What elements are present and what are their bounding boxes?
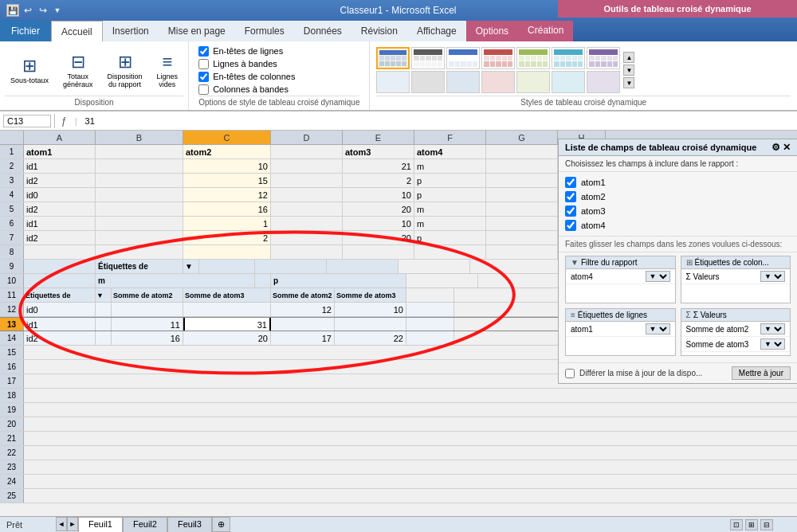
col-header-a[interactable]: A [24, 131, 96, 144]
tab-mise-en-page[interactable]: Mise en page [159, 21, 235, 41]
cell-f6[interactable]: m [414, 217, 486, 230]
cell-a5[interactable]: id2 [24, 202, 96, 216]
pivot-empty-9d[interactable] [199, 260, 255, 273]
cell-a4[interactable]: id0 [24, 188, 96, 201]
cell-e6[interactable]: 10 [343, 217, 414, 230]
cell-c3[interactable]: 15 [183, 174, 271, 187]
pivot-m-header[interactable]: m [96, 274, 255, 288]
cell-b7[interactable] [96, 231, 183, 244]
style-swatch-9[interactable] [411, 71, 445, 93]
col-header-c[interactable]: C [183, 131, 271, 144]
field-item-atom2[interactable]: atom2 [565, 190, 791, 204]
formula-input[interactable]: 31 [82, 115, 794, 127]
cell-g1[interactable] [486, 145, 558, 158]
zone-filtre-item[interactable]: atom4 ▼ [566, 269, 675, 284]
pivot-row-label-header[interactable]: Étiquettes de lignes [24, 288, 96, 302]
pivot-data-id1-c[interactable] [96, 318, 112, 331]
styles-scroll-down[interactable]: ▼ [623, 65, 634, 76]
pivot-data-id2-atom2p[interactable]: 17 [271, 331, 335, 345]
cell-a2[interactable]: id1 [24, 159, 96, 173]
cell-c1[interactable]: atom2 [183, 145, 271, 158]
cell-g5[interactable] [486, 202, 558, 216]
pivot-empty-10d[interactable] [255, 274, 271, 288]
zone-valeurs-item-1[interactable]: Somme de atom3 ▼ [681, 337, 791, 352]
cell-d1[interactable] [271, 145, 343, 158]
zone-colonnes-item[interactable]: Σ Valeurs ▼ [681, 269, 791, 284]
cell-e2[interactable]: 21 [343, 159, 414, 173]
cell-c2[interactable]: 10 [183, 159, 271, 173]
cell-f7[interactable]: p [414, 231, 486, 244]
pivot-somme-atom2-p[interactable]: Somme de atom2 [271, 288, 335, 302]
zone-valeurs-item-0[interactable]: Somme de atom2 ▼ [681, 322, 791, 337]
col-header-g[interactable]: G [486, 131, 558, 144]
cell-c7[interactable]: 2 [183, 231, 271, 244]
cell-e5[interactable]: 20 [343, 202, 414, 216]
cell-f1[interactable]: atom4 [414, 145, 486, 158]
cell-b3[interactable] [96, 174, 183, 187]
cell-d8[interactable] [271, 245, 343, 259]
pivot-empty-10f[interactable] [406, 274, 478, 288]
cell-g6[interactable] [486, 217, 558, 230]
sheet-tab-feuil2[interactable]: Feuil2 [123, 517, 167, 532]
pivot-data-id0-atom2m[interactable] [112, 303, 183, 316]
col-header-d[interactable]: D [271, 131, 343, 144]
pivot-data-id1-atom3m-active[interactable]: 31 [183, 318, 271, 331]
cell-b5[interactable] [96, 202, 183, 216]
pivot-empty-11g[interactable] [406, 288, 454, 302]
cell-b2[interactable] [96, 159, 183, 173]
checkbox-entetes-colonnes[interactable]: En-têtes de colonnes [198, 72, 359, 82]
tab-creation[interactable]: Création [518, 21, 573, 41]
disposition-rapport-btn[interactable]: ⊞ Dispositiondu rapport [102, 49, 148, 91]
function-icon[interactable]: ƒ [58, 115, 70, 127]
tab-insertion[interactable]: Insertion [103, 21, 159, 41]
style-swatch-2[interactable] [411, 47, 445, 69]
pivot-empty-9a[interactable] [24, 260, 96, 273]
style-swatch-4[interactable] [481, 47, 515, 69]
view-break-btn[interactable]: ⊟ [760, 519, 773, 530]
cell-f4[interactable]: p [414, 188, 486, 201]
pivot-empty-9g[interactable] [398, 260, 470, 273]
customize-icon[interactable]: ▼ [52, 5, 63, 16]
cell-d2[interactable] [271, 159, 343, 173]
col-header-b[interactable]: B [96, 131, 183, 144]
cell-e7[interactable]: 20 [343, 231, 414, 244]
tab-affichage[interactable]: Affichage [407, 21, 466, 41]
styles-dropdown[interactable]: ▼ [623, 77, 634, 88]
cell-a1[interactable]: atom1 [24, 145, 96, 158]
cell-f5[interactable]: m [414, 202, 486, 216]
pivot-somme-atom3-p[interactable]: Somme de atom3 [335, 288, 406, 302]
cell-a7[interactable]: id2 [24, 231, 96, 244]
pivot-data-id2-g[interactable] [406, 331, 454, 345]
cell-b8[interactable] [96, 245, 183, 259]
tab-fichier[interactable]: Fichier [0, 21, 51, 41]
tab-options[interactable]: Options [466, 21, 518, 41]
cell-a6[interactable]: id1 [24, 217, 96, 230]
pivot-row-dropdown[interactable]: ▼ [96, 288, 112, 302]
checkbox-colonnes-bandes[interactable]: Colonnes à bandes [198, 84, 359, 95]
cell-c8[interactable] [183, 245, 271, 259]
sheet-tab-feuil1[interactable]: Feuil1 [78, 517, 123, 532]
cell-a3[interactable]: id2 [24, 174, 96, 187]
cell-e4[interactable]: 10 [343, 188, 414, 201]
pivot-data-id1-atom2m[interactable]: 11 [112, 318, 183, 331]
tab-revision[interactable]: Révision [351, 21, 407, 41]
style-swatch-8[interactable] [376, 71, 410, 93]
checkbox-entetes-lignes[interactable]: En-têtes de lignes [198, 46, 359, 57]
cell-g4[interactable] [486, 188, 558, 201]
cell-b4[interactable] [96, 188, 183, 201]
field-item-atom3[interactable]: atom3 [565, 204, 791, 218]
cell-d3[interactable] [271, 174, 343, 187]
cell-g7[interactable] [486, 231, 558, 244]
pivot-data-id1-atom3p[interactable] [335, 318, 406, 331]
cell-d7[interactable] [271, 231, 343, 244]
pivot-somme-atom2-m[interactable]: Somme de atom2 [112, 288, 183, 302]
cell-d6[interactable] [271, 217, 343, 230]
cell-c5[interactable]: 16 [183, 202, 271, 216]
pivot-data-id2-atom2m[interactable]: 16 [112, 331, 183, 345]
pivot-data-id0-g[interactable] [406, 303, 454, 316]
undo-icon[interactable]: ↩ [22, 4, 34, 17]
save-icon[interactable]: 💾 [6, 4, 19, 17]
col-header-e[interactable]: E [343, 131, 414, 144]
pivot-data-id1-atom2p[interactable] [271, 318, 335, 331]
pivot-data-id2-atom3p[interactable]: 22 [335, 331, 406, 345]
